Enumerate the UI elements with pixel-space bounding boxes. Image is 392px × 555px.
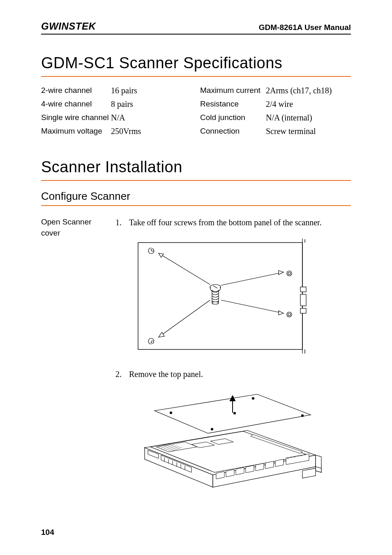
- spec-label: Resistance: [200, 99, 266, 109]
- spec-table: 2-wire channel 16 pairs 4-wire channel 8…: [41, 86, 351, 140]
- step-number: 2.: [114, 368, 122, 380]
- step-item-1: 1. Take off four screws from the bottom …: [114, 217, 351, 229]
- svg-rect-5: [300, 294, 306, 306]
- spec-label: 4-wire channel: [41, 99, 111, 109]
- spec-col-left: 2-wire channel 16 pairs 4-wire channel 8…: [41, 86, 192, 140]
- spec-label: Connection: [200, 127, 266, 136]
- svg-point-27: [170, 412, 172, 414]
- svg-point-28: [252, 398, 254, 400]
- spec-value: Screw terminal: [266, 127, 351, 136]
- spec-value: 16 pairs: [111, 86, 192, 95]
- section-heading-specs: GDM-SC1 Scanner Specifications: [41, 54, 351, 77]
- brand-logo: GWINSTEK: [41, 21, 96, 32]
- svg-point-12: [288, 313, 291, 316]
- diagram-top-panel-icon: [130, 386, 327, 493]
- svg-line-20: [159, 300, 210, 337]
- spec-label: Maximum current: [200, 86, 266, 95]
- spec-value: N/A: [111, 113, 192, 123]
- svg-point-16: [212, 302, 219, 304]
- page-number: 104: [41, 528, 54, 537]
- svg-line-18: [159, 253, 210, 284]
- svg-point-31: [234, 412, 236, 414]
- svg-point-9: [287, 271, 292, 276]
- spec-label: 2-wire channel: [41, 86, 111, 95]
- page-header: GWINSTEK GDM-8261A User Manual: [41, 21, 351, 35]
- diagram-screws-icon: [130, 234, 311, 358]
- step-side-label: Open Scanner cover: [41, 217, 107, 238]
- figure-bottom-panel-screws: [130, 234, 351, 358]
- svg-rect-6: [300, 308, 306, 313]
- step-body: 1. Take off four screws from the bottom …: [114, 217, 351, 504]
- spec-row: Maximum voltage 250Vrms: [41, 127, 192, 136]
- svg-line-24: [221, 300, 284, 313]
- manual-title: GDM-8261A User Manual: [259, 23, 351, 32]
- step-text: Take off four screws from the bottom pan…: [129, 217, 351, 229]
- spec-row: Single wire channel N/A: [41, 113, 192, 123]
- spec-row: Cold junction N/A (internal): [200, 113, 351, 123]
- spec-label: Single wire channel: [41, 113, 111, 122]
- spec-row: Maximum current 2Arms (ch17, ch18): [200, 86, 351, 95]
- svg-line-22: [221, 272, 284, 285]
- figure-remove-top-panel: [130, 386, 351, 493]
- step-block: Open Scanner cover 1. Take off four scre…: [41, 217, 351, 504]
- svg-marker-19: [159, 253, 164, 257]
- spec-value: N/A (internal): [266, 113, 351, 123]
- section-heading-install: Scanner Installation: [41, 158, 351, 181]
- spec-row: Resistance 2/4 wire: [200, 99, 351, 109]
- svg-rect-4: [300, 287, 306, 292]
- svg-point-29: [302, 415, 304, 417]
- step-text: Remove the top panel.: [129, 368, 351, 380]
- spec-value: 250Vrms: [111, 127, 192, 136]
- svg-marker-23: [279, 271, 284, 275]
- spec-value: 2Arms (ch17, ch18): [266, 86, 351, 95]
- spec-row: 2-wire channel 16 pairs: [41, 86, 192, 95]
- svg-marker-58: [302, 468, 316, 478]
- spec-row: Connection Screw terminal: [200, 127, 351, 136]
- spec-value: 2/4 wire: [266, 99, 351, 109]
- svg-marker-25: [279, 311, 284, 315]
- spec-label: Maximum voltage: [41, 127, 111, 136]
- step-number: 1.: [114, 217, 122, 229]
- spec-value: 8 pairs: [111, 99, 192, 109]
- spec-label: Cold junction: [200, 113, 266, 122]
- svg-marker-21: [159, 332, 164, 337]
- step-item-2: 2. Remove the top panel.: [114, 368, 351, 380]
- svg-point-10: [288, 272, 291, 275]
- spec-row: 4-wire channel 8 pairs: [41, 99, 192, 109]
- svg-point-8: [151, 341, 154, 343]
- spec-col-right: Maximum current 2Arms (ch17, ch18) Resis…: [200, 86, 351, 140]
- svg-point-30: [211, 428, 213, 430]
- subsection-heading-configure: Configure Scanner: [41, 190, 351, 206]
- svg-point-11: [287, 312, 292, 317]
- svg-point-7: [151, 249, 154, 251]
